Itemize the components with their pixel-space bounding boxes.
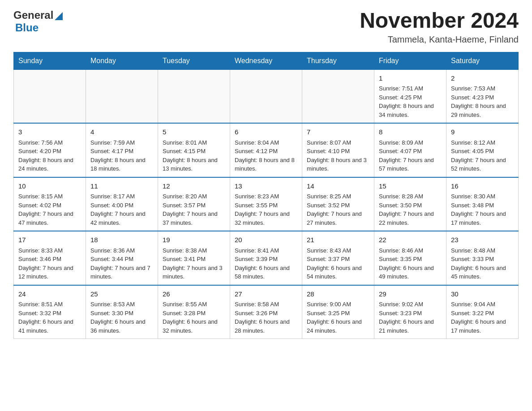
day-number: 19: [163, 235, 225, 245]
weekday-header-thursday: Thursday: [302, 52, 374, 69]
calendar-cell: 5Sunrise: 8:01 AM Sunset: 4:15 PM Daylig…: [158, 123, 230, 177]
logo-blue-text: Blue: [15, 21, 39, 34]
calendar-cell: 21Sunrise: 8:43 AM Sunset: 3:37 PM Dayli…: [302, 231, 374, 285]
calendar-cell: 10Sunrise: 8:15 AM Sunset: 4:02 PM Dayli…: [14, 177, 86, 231]
day-info: Sunrise: 8:01 AM Sunset: 4:15 PM Dayligh…: [163, 138, 225, 173]
weekday-header-row: SundayMondayTuesdayWednesdayThursdayFrid…: [14, 52, 519, 69]
day-info: Sunrise: 8:55 AM Sunset: 3:28 PM Dayligh…: [163, 300, 225, 335]
day-number: 2: [451, 73, 514, 84]
calendar-cell: 18Sunrise: 8:36 AM Sunset: 3:44 PM Dayli…: [86, 231, 158, 285]
day-number: 30: [451, 289, 514, 300]
day-info: Sunrise: 8:12 AM Sunset: 4:05 PM Dayligh…: [451, 138, 514, 173]
calendar-cell: 28Sunrise: 9:00 AM Sunset: 3:25 PM Dayli…: [302, 285, 374, 339]
day-number: 4: [90, 127, 153, 137]
day-info: Sunrise: 8:28 AM Sunset: 3:50 PM Dayligh…: [379, 192, 442, 227]
calendar-row-1: 3Sunrise: 7:56 AM Sunset: 4:20 PM Daylig…: [14, 123, 519, 177]
weekday-header-sunday: Sunday: [14, 52, 86, 69]
day-number: 28: [307, 289, 369, 300]
calendar-cell: 2Sunrise: 7:53 AM Sunset: 4:23 PM Daylig…: [446, 69, 519, 123]
calendar-row-3: 17Sunrise: 8:33 AM Sunset: 3:46 PM Dayli…: [14, 231, 519, 285]
weekday-header-friday: Friday: [374, 52, 446, 69]
calendar-row-4: 24Sunrise: 8:51 AM Sunset: 3:32 PM Dayli…: [14, 285, 519, 339]
day-number: 22: [379, 235, 442, 245]
day-number: 20: [235, 235, 297, 245]
day-info: Sunrise: 8:46 AM Sunset: 3:35 PM Dayligh…: [379, 246, 442, 281]
calendar-cell: 17Sunrise: 8:33 AM Sunset: 3:46 PM Dayli…: [14, 231, 86, 285]
day-number: 24: [18, 289, 81, 300]
calendar-table: SundayMondayTuesdayWednesdayThursdayFrid…: [13, 52, 519, 339]
calendar-cell: 20Sunrise: 8:41 AM Sunset: 3:39 PM Dayli…: [230, 231, 302, 285]
day-number: 12: [163, 181, 225, 192]
day-number: 18: [90, 235, 153, 245]
day-number: 25: [90, 289, 153, 300]
calendar-cell: 14Sunrise: 8:25 AM Sunset: 3:52 PM Dayli…: [302, 177, 374, 231]
day-number: 10: [18, 181, 81, 192]
month-title: November 2024: [360, 9, 519, 33]
day-info: Sunrise: 8:04 AM Sunset: 4:12 PM Dayligh…: [235, 138, 297, 173]
day-info: Sunrise: 7:51 AM Sunset: 4:25 PM Dayligh…: [379, 84, 442, 119]
day-info: Sunrise: 9:02 AM Sunset: 3:23 PM Dayligh…: [379, 300, 442, 335]
calendar-cell: 25Sunrise: 8:53 AM Sunset: 3:30 PM Dayli…: [86, 285, 158, 339]
calendar-cell: 29Sunrise: 9:02 AM Sunset: 3:23 PM Dayli…: [374, 285, 446, 339]
day-number: 15: [379, 181, 442, 192]
calendar-cell: [230, 69, 302, 123]
day-info: Sunrise: 7:53 AM Sunset: 4:23 PM Dayligh…: [451, 84, 514, 119]
day-number: 26: [163, 289, 225, 300]
day-info: Sunrise: 8:33 AM Sunset: 3:46 PM Dayligh…: [18, 246, 81, 281]
day-number: 11: [90, 181, 153, 192]
calendar-cell: 13Sunrise: 8:23 AM Sunset: 3:55 PM Dayli…: [230, 177, 302, 231]
calendar-cell: [86, 69, 158, 123]
calendar-cell: [302, 69, 374, 123]
day-info: Sunrise: 8:15 AM Sunset: 4:02 PM Dayligh…: [18, 192, 81, 227]
weekday-header-saturday: Saturday: [446, 52, 519, 69]
calendar-cell: 9Sunrise: 8:12 AM Sunset: 4:05 PM Daylig…: [446, 123, 519, 177]
day-number: 27: [235, 289, 297, 300]
calendar-row-2: 10Sunrise: 8:15 AM Sunset: 4:02 PM Dayli…: [14, 177, 519, 231]
calendar-cell: 23Sunrise: 8:48 AM Sunset: 3:33 PM Dayli…: [446, 231, 519, 285]
day-info: Sunrise: 8:25 AM Sunset: 3:52 PM Dayligh…: [307, 192, 369, 227]
page-header: General Blue November 2024 Tammela, Kant…: [13, 9, 519, 45]
day-number: 16: [451, 181, 514, 192]
location-subtitle: Tammela, Kanta-Haeme, Finland: [360, 34, 519, 45]
logo-triangle-icon: [55, 11, 63, 20]
calendar-cell: 22Sunrise: 8:46 AM Sunset: 3:35 PM Dayli…: [374, 231, 446, 285]
calendar-cell: 15Sunrise: 8:28 AM Sunset: 3:50 PM Dayli…: [374, 177, 446, 231]
day-info: Sunrise: 8:09 AM Sunset: 4:07 PM Dayligh…: [379, 138, 442, 173]
day-number: 14: [307, 181, 369, 192]
day-info: Sunrise: 7:56 AM Sunset: 4:20 PM Dayligh…: [18, 138, 81, 173]
day-info: Sunrise: 8:58 AM Sunset: 3:26 PM Dayligh…: [235, 300, 297, 335]
day-number: 7: [307, 127, 369, 137]
day-number: 9: [451, 127, 514, 137]
day-info: Sunrise: 8:51 AM Sunset: 3:32 PM Dayligh…: [18, 300, 81, 335]
logo: General Blue: [13, 9, 63, 34]
calendar-cell: 26Sunrise: 8:55 AM Sunset: 3:28 PM Dayli…: [158, 285, 230, 339]
day-number: 21: [307, 235, 369, 245]
calendar-cell: 24Sunrise: 8:51 AM Sunset: 3:32 PM Dayli…: [14, 285, 86, 339]
day-number: 3: [18, 127, 81, 137]
day-number: 17: [18, 235, 81, 245]
day-info: Sunrise: 9:00 AM Sunset: 3:25 PM Dayligh…: [307, 300, 369, 335]
day-number: 8: [379, 127, 442, 137]
day-number: 5: [163, 127, 225, 137]
calendar-cell: [158, 69, 230, 123]
day-number: 23: [451, 235, 514, 245]
day-info: Sunrise: 8:23 AM Sunset: 3:55 PM Dayligh…: [235, 192, 297, 227]
day-info: Sunrise: 8:20 AM Sunset: 3:57 PM Dayligh…: [163, 192, 225, 227]
day-number: 29: [379, 289, 442, 300]
calendar-cell: 11Sunrise: 8:17 AM Sunset: 4:00 PM Dayli…: [86, 177, 158, 231]
day-info: Sunrise: 8:07 AM Sunset: 4:10 PM Dayligh…: [307, 138, 369, 173]
weekday-header-tuesday: Tuesday: [158, 52, 230, 69]
day-info: Sunrise: 8:43 AM Sunset: 3:37 PM Dayligh…: [307, 246, 369, 281]
calendar-cell: 30Sunrise: 9:04 AM Sunset: 3:22 PM Dayli…: [446, 285, 519, 339]
day-info: Sunrise: 7:59 AM Sunset: 4:17 PM Dayligh…: [90, 138, 153, 173]
calendar-cell: 8Sunrise: 8:09 AM Sunset: 4:07 PM Daylig…: [374, 123, 446, 177]
svg-marker-0: [55, 12, 63, 20]
day-info: Sunrise: 8:48 AM Sunset: 3:33 PM Dayligh…: [451, 246, 514, 281]
calendar-cell: 4Sunrise: 7:59 AM Sunset: 4:17 PM Daylig…: [86, 123, 158, 177]
day-info: Sunrise: 8:38 AM Sunset: 3:41 PM Dayligh…: [163, 246, 225, 281]
calendar-cell: 7Sunrise: 8:07 AM Sunset: 4:10 PM Daylig…: [302, 123, 374, 177]
day-info: Sunrise: 8:30 AM Sunset: 3:48 PM Dayligh…: [451, 192, 514, 227]
day-number: 13: [235, 181, 297, 192]
day-number: 6: [235, 127, 297, 137]
day-info: Sunrise: 8:53 AM Sunset: 3:30 PM Dayligh…: [90, 300, 153, 335]
